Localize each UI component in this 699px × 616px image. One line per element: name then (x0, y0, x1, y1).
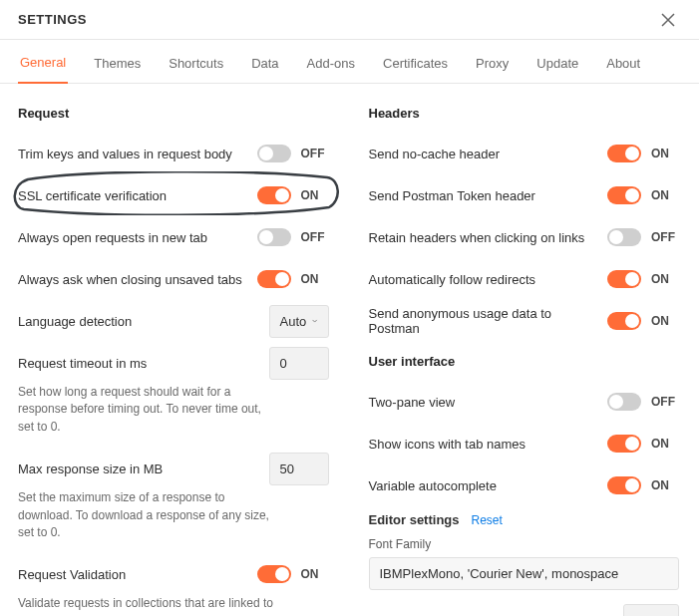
language-select[interactable]: Auto (269, 305, 329, 338)
tab-bar: General Themes Shortcuts Data Add-ons Ce… (0, 40, 699, 84)
row-timeout: Request timeout in ms (18, 344, 329, 382)
maxresp-help: Set the maximum size of a response to do… (18, 489, 277, 541)
chevron-down-icon (312, 316, 317, 326)
row-varauto: Variable autocomplete ON (369, 466, 680, 504)
fontfamily-label: Font Family (369, 537, 680, 551)
tab-certificates[interactable]: Certificates (381, 44, 450, 83)
close-button[interactable] (655, 7, 681, 33)
language-label: Language detection (18, 314, 132, 329)
row-redirects: Automatically follow redirects ON (369, 260, 680, 298)
icons-state: ON (651, 437, 679, 451)
tab-data[interactable]: Data (249, 44, 280, 83)
tab-addons[interactable]: Add-ons (305, 44, 357, 83)
timeout-help: Set how long a request should wait for a… (18, 384, 277, 436)
row-usage: Send anonymous usage data to Postman ON (369, 302, 680, 340)
timeout-label: Request timeout in ms (18, 356, 147, 371)
retain-toggle[interactable] (607, 228, 641, 246)
language-value: Auto (280, 314, 307, 329)
newtab-state: OFF (301, 230, 329, 244)
validate-state: ON (301, 567, 329, 581)
row-token: Send Postman Token header ON (369, 176, 680, 214)
fontfamily-input[interactable] (369, 557, 680, 590)
row-newtab: Always open requests in new tab OFF (18, 218, 329, 256)
dialog-title: SETTINGS (18, 12, 87, 27)
tab-update[interactable]: Update (534, 44, 580, 83)
editor-reset-link[interactable]: Reset (472, 513, 503, 527)
ssl-toggle[interactable] (257, 186, 291, 204)
close-icon (661, 13, 675, 27)
askclose-toggle[interactable] (257, 270, 291, 288)
validate-toggle[interactable] (257, 565, 291, 583)
ssl-state: ON (301, 188, 329, 202)
tab-about[interactable]: About (604, 44, 642, 83)
dialog-header: SETTINGS (0, 0, 699, 40)
retain-label: Retain headers when clicking on links (369, 230, 585, 245)
icons-toggle[interactable] (607, 435, 641, 453)
tab-proxy[interactable]: Proxy (474, 44, 511, 83)
row-icons: Show icons with tab names ON (369, 425, 680, 462)
settings-body: Request Trim keys and values in request … (0, 84, 699, 616)
request-section-title: Request (18, 106, 329, 121)
redirects-toggle[interactable] (607, 270, 641, 288)
twopane-toggle[interactable] (607, 393, 641, 411)
fontsize-input[interactable] (623, 604, 679, 616)
usage-state: ON (651, 314, 679, 328)
tab-themes[interactable]: Themes (92, 44, 143, 83)
row-trim: Trim keys and values in request body OFF (18, 135, 329, 172)
token-label: Send Postman Token header (369, 188, 535, 203)
redirects-state: ON (651, 272, 679, 286)
retain-state: OFF (651, 230, 679, 244)
timeout-input[interactable] (269, 347, 329, 380)
row-nocache: Send no-cache header ON (369, 135, 680, 172)
varauto-state: ON (651, 478, 679, 492)
row-askclose: Always ask when closing unsaved tabs ON (18, 260, 329, 298)
maxresp-label: Max response size in MB (18, 462, 163, 476)
headers-section-title: Headers (369, 106, 680, 121)
editor-section-title: Editor settings (369, 512, 460, 527)
twopane-state: OFF (651, 395, 679, 409)
nocache-label: Send no-cache header (369, 147, 501, 161)
usage-toggle[interactable] (607, 312, 641, 330)
row-ssl: SSL certificate verification ON (18, 176, 329, 214)
token-toggle[interactable] (607, 186, 641, 204)
tab-general[interactable]: General (18, 43, 68, 84)
redirects-label: Automatically follow redirects (369, 272, 536, 287)
askclose-state: ON (301, 272, 329, 286)
askclose-label: Always ask when closing unsaved tabs (18, 272, 242, 287)
row-validate: Request Validation ON (18, 555, 329, 593)
token-state: ON (651, 188, 679, 202)
row-fontsize: Font Size (px) (369, 604, 680, 616)
newtab-toggle[interactable] (257, 228, 291, 246)
newtab-label: Always open requests in new tab (18, 230, 207, 245)
row-retain: Retain headers when clicking on links OF… (369, 218, 680, 256)
twopane-label: Two-pane view (369, 395, 456, 410)
row-maxresp: Max response size in MB (18, 450, 329, 487)
varauto-toggle[interactable] (607, 476, 641, 494)
settings-dialog: SETTINGS General Themes Shortcuts Data A… (0, 0, 699, 616)
ssl-label: SSL certificate verification (18, 188, 167, 203)
trim-state: OFF (301, 147, 329, 160)
editor-section-header: Editor settings Reset (369, 512, 680, 527)
validate-help: Validate requests in collections that ar… (18, 595, 277, 616)
trim-toggle[interactable] (257, 145, 291, 162)
nocache-state: ON (651, 147, 679, 160)
left-column: Request Trim keys and values in request … (18, 106, 329, 616)
varauto-label: Variable autocomplete (369, 478, 497, 493)
right-column: Headers Send no-cache header ON Send Pos… (369, 106, 680, 616)
nocache-toggle[interactable] (607, 145, 641, 162)
row-twopane: Two-pane view OFF (369, 383, 680, 421)
maxresp-input[interactable] (269, 453, 329, 485)
validate-label: Request Validation (18, 567, 126, 582)
row-language: Language detection Auto (18, 302, 329, 340)
usage-label: Send anonymous usage data to Postman (369, 306, 568, 336)
tab-shortcuts[interactable]: Shortcuts (167, 44, 225, 83)
icons-label: Show icons with tab names (369, 437, 526, 452)
trim-label: Trim keys and values in request body (18, 147, 232, 161)
ui-section-title: User interface (369, 354, 680, 369)
